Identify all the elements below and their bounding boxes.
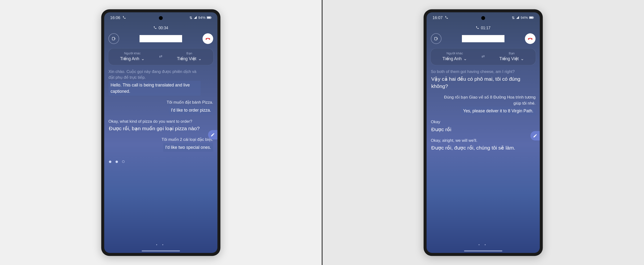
message-translated-text: I'd like two special ones. <box>163 143 213 151</box>
message-source-text: Đúng rồi bạn Giao về số 8 Đường Hoa trìn… <box>444 94 536 106</box>
battery-icon <box>207 16 211 20</box>
language-selector-card: Người khác Tiếng Anh ⌄ ⇄ Bạn Tiếng Việt … <box>108 48 214 65</box>
message-other: OkayĐược rồi <box>431 119 523 133</box>
conversation-area[interactable]: So both of them got having cheese, am I … <box>426 67 540 246</box>
lang-you-column[interactable]: Bạn Tiếng Việt ⌄ <box>172 51 206 61</box>
svg-rect-6 <box>534 17 534 18</box>
phone-frame: 16:07 ⇅ 94% <box>424 9 543 256</box>
contact-name-redacted <box>140 35 182 42</box>
message-source-text: Tôi muốn 2 cái loại đặc biệt. <box>121 136 213 142</box>
lang-other-value: Tiếng Anh <box>442 56 462 61</box>
home-indicator[interactable] <box>464 250 502 251</box>
page-indicator-dots: • • <box>426 243 540 247</box>
battery-text: 94% <box>521 16 528 20</box>
message-you: Đúng rồi bạn Giao về số 8 Đường Hoa trìn… <box>444 94 536 115</box>
hangup-button[interactable] <box>202 33 213 44</box>
wifi-icon: ⇅ <box>189 15 192 20</box>
camera-hole <box>481 16 485 20</box>
header-row <box>426 31 540 46</box>
message-you: Tôi muốn 2 cái loại đặc biệt.I'd like tw… <box>121 136 213 151</box>
phone-screen: 16:06 ⇅ 94% <box>104 12 218 253</box>
conversation-area[interactable]: Xin chào. Cuộc gọi này đang được phiên d… <box>104 67 218 246</box>
call-duration: 00:34 <box>158 26 168 30</box>
camera-hole <box>159 16 163 20</box>
lang-other-label: Người khác <box>446 51 463 55</box>
message-source-text: Okay <box>431 119 523 125</box>
panel-left: 16:06 ⇅ 94% <box>0 0 322 265</box>
message-you: Tôi muốn đặt bánh Pizza.I'd like to orde… <box>121 99 213 114</box>
call-duration: 01:17 <box>481 26 491 30</box>
message-translated-text: I'd like to order pizza. <box>169 106 213 114</box>
message-source-text: Okay, alright, we will we'll. <box>431 137 523 143</box>
wifi-icon: ⇅ <box>512 15 514 20</box>
chevron-down-icon: ⌄ <box>463 56 467 61</box>
panel-right: 16:07 ⇅ 94% <box>322 0 644 265</box>
message-other: Okay, alright, we will we'll.Được rồi, đ… <box>431 137 523 152</box>
message-source-text: So both of them got having cheese, am I … <box>431 69 523 74</box>
message-source-text: Tôi muốn đặt bánh Pizza. <box>121 99 213 105</box>
message-translated-text: Hello. This call is being translated and… <box>108 81 200 96</box>
edit-pen-button[interactable] <box>530 131 540 140</box>
lang-other-column[interactable]: Người khác Tiếng Anh ⌄ <box>438 51 472 61</box>
phone-icon <box>476 26 479 30</box>
lang-other-column[interactable]: Người khác Tiếng Anh ⌄ <box>115 51 150 61</box>
phone-icon <box>122 15 126 20</box>
svg-rect-7 <box>434 37 437 40</box>
lang-you-value: Tiếng Việt <box>177 56 196 61</box>
signal-icon <box>516 15 520 20</box>
page-indicator-dots: • • <box>104 243 218 247</box>
message-translated-text: Yes, please deliver it to 8 Virgin Path. <box>461 106 536 115</box>
message-translated-text: Được rồi <box>431 125 452 133</box>
message-other: So both of them got having cheese, am I … <box>431 69 523 91</box>
swap-languages-icon[interactable]: ⇄ <box>159 54 162 58</box>
message-source-text: Xin chào. Cuộc gọi này đang được phiên d… <box>108 69 200 80</box>
contact-name-redacted <box>462 35 504 42</box>
message-translated-text: Vậy cả hai đều có phô mai, tôi có đúng k… <box>431 75 523 91</box>
back-button[interactable] <box>108 33 119 44</box>
battery-text: 94% <box>198 16 206 20</box>
phone-frame: 16:06 ⇅ 94% <box>101 9 220 256</box>
hangup-button[interactable] <box>525 33 536 44</box>
message-translated-text: Được rồi, được rồi, chúng tôi sẽ làm. <box>431 144 516 152</box>
home-indicator[interactable] <box>142 250 180 251</box>
signal-icon <box>194 15 197 20</box>
phone-screen: 16:07 ⇅ 94% <box>426 12 540 253</box>
typing-indicator: ● ● ○ <box>108 158 213 165</box>
header-row <box>104 31 218 46</box>
lang-you-value: Tiếng Việt <box>500 56 519 61</box>
phone-icon <box>153 26 157 30</box>
chevron-down-icon: ⌄ <box>198 56 202 61</box>
edit-pen-button[interactable] <box>208 130 218 139</box>
swap-languages-icon[interactable]: ⇄ <box>482 54 485 58</box>
lang-other-value: Tiếng Anh <box>120 56 139 61</box>
message-translated-text: Được rồi, bạn muốn gọi loại pizza nào? <box>108 124 200 133</box>
status-time: 16:06 <box>110 15 120 20</box>
call-duration-row: 01:17 <box>426 23 540 31</box>
message-source-text: Okay, what kind of pizza do you want to … <box>108 118 200 124</box>
lang-other-label: Người khác <box>124 51 140 55</box>
svg-rect-5 <box>530 17 533 18</box>
language-selector-card: Người khác Tiếng Anh ⌄ ⇄ Bạn Tiếng Việt … <box>430 48 536 65</box>
svg-rect-3 <box>112 37 115 40</box>
battery-icon <box>529 16 534 20</box>
lang-you-label: Bạn <box>186 51 192 55</box>
lang-you-column[interactable]: Bạn Tiếng Việt ⌄ <box>495 51 529 61</box>
phone-icon <box>445 15 448 20</box>
chevron-down-icon: ⌄ <box>141 56 144 61</box>
chevron-down-icon: ⌄ <box>520 56 524 61</box>
lang-you-label: Bạn <box>509 51 514 55</box>
svg-rect-1 <box>207 17 210 18</box>
message-other: Okay, what kind of pizza do you want to … <box>108 118 200 133</box>
svg-rect-2 <box>211 17 212 18</box>
call-duration-row: 00:34 <box>104 23 218 31</box>
message-other: Xin chào. Cuộc gọi này đang được phiên d… <box>108 69 200 96</box>
back-button[interactable] <box>431 33 442 44</box>
status-time: 16:07 <box>433 15 443 20</box>
